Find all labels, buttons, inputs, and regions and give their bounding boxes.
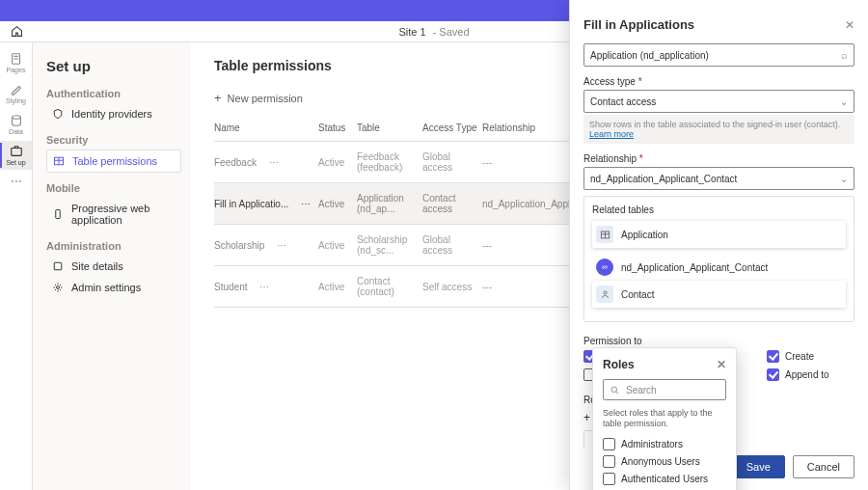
cell-table: Contact (contact) (357, 266, 422, 308)
role-option[interactable]: Administrators (603, 438, 726, 450)
cell-status: Active (318, 266, 357, 308)
cell-name: Student ⋯ (214, 266, 318, 308)
rail-label: Set up (6, 159, 25, 166)
cell-name: Scholarship ⋯ (214, 225, 318, 266)
sidebar: Set up Authentication Identity providers… (33, 42, 191, 490)
close-panel[interactable]: ✕ (845, 18, 854, 32)
rail-label: Pages (7, 67, 26, 73)
col-name[interactable]: Name (214, 115, 318, 142)
rail-data[interactable]: Data (0, 110, 32, 139)
cancel-button[interactable]: Cancel (793, 455, 854, 478)
gear-icon (52, 282, 64, 293)
related-tables-title: Related tables (592, 204, 846, 215)
related-tables-box: Related tables Applicationnd_Application… (583, 196, 854, 322)
home-button[interactable] (0, 25, 33, 38)
chevron-down-icon: ⌄ (840, 174, 848, 184)
cell-access: Self access (422, 266, 482, 308)
role-option[interactable]: Authenticated Users (603, 473, 726, 485)
mobile-icon (52, 208, 64, 220)
cell-access: Contact access (422, 183, 482, 225)
plus-icon: + (214, 91, 222, 105)
group-auth: Authentication (46, 88, 181, 99)
related-table-row[interactable]: nd_Application_Applicant_Contact (592, 254, 846, 281)
roles-help-text: Select roles that apply to the table per… (603, 408, 726, 430)
access-type-select[interactable]: Contact access ⌄ (583, 90, 854, 113)
col-status[interactable]: Status (318, 115, 357, 142)
save-button[interactable]: Save (732, 455, 785, 478)
permission-checkbox[interactable]: Append to (767, 368, 854, 381)
roles-popup: Roles ✕ Search Select roles that apply t… (592, 347, 737, 490)
sidebar-item-pwa[interactable]: Progressive web application (46, 198, 181, 231)
table-icon (596, 226, 613, 243)
related-table-row[interactable]: Contact (592, 281, 846, 308)
checkbox-icon (767, 350, 779, 363)
role-option-label: Anonymous Users (621, 456, 700, 467)
close-roles-popup[interactable]: ✕ (717, 358, 726, 371)
permission-checkbox[interactable]: Create (767, 350, 854, 363)
rail-more[interactable]: ⋯ (0, 172, 32, 191)
rail-styling[interactable]: Styling (0, 79, 32, 108)
row-menu[interactable]: ⋯ (259, 282, 269, 292)
sidebar-item-admin-settings[interactable]: Admin settings (46, 277, 181, 298)
role-option-label: Authenticated Users (621, 474, 708, 484)
sidebar-item-label: Progressive web application (71, 203, 176, 226)
permission-label: Create (785, 351, 814, 362)
checkbox-icon (603, 473, 615, 485)
roles-search[interactable]: Search (603, 379, 726, 400)
search-icon (610, 385, 620, 395)
rail-label: Styling (6, 97, 26, 104)
role-option[interactable]: Anonymous Users (603, 455, 726, 468)
table-input[interactable]: Application (nd_application) ⌕ (583, 43, 854, 67)
panel-title: Fill in Applications (583, 17, 694, 32)
shield-icon (52, 108, 64, 120)
sidebar-item-identity-providers[interactable]: Identity providers (46, 103, 181, 124)
sidebar-title: Set up (46, 58, 181, 74)
cell-table: Application (nd_ap... (357, 183, 422, 225)
learn-more-link[interactable]: Learn more (589, 129, 634, 139)
saved-indicator: - Saved (430, 26, 470, 38)
cell-table: Feedback (feedback) (357, 142, 422, 183)
rail-setup[interactable]: Set up (0, 141, 32, 170)
sidebar-item-label: Site details (71, 260, 123, 272)
relationship-label: Relationship * (583, 153, 854, 164)
svg-rect-2 (11, 149, 21, 156)
cell-table: Scholarship (nd_sc... (357, 225, 422, 266)
sidebar-item-label: Identity providers (71, 108, 152, 120)
cell-access: Global access (422, 225, 482, 266)
sidebar-item-label: Table permissions (72, 155, 157, 167)
link-icon (596, 259, 613, 276)
sidebar-item-site-details[interactable]: Site details (46, 256, 181, 277)
col-table[interactable]: Table (357, 115, 422, 142)
svg-point-9 (603, 290, 606, 293)
checkbox-icon (603, 438, 615, 450)
rail-pages[interactable]: Pages (0, 48, 32, 77)
svg-point-6 (57, 286, 60, 289)
role-option-label: Administrators (621, 439, 683, 449)
row-menu[interactable]: ⋯ (269, 157, 279, 168)
related-table-label: nd_Application_Applicant_Contact (621, 262, 768, 273)
checkbox-icon (767, 368, 779, 381)
relationship-select[interactable]: nd_Application_Applicant_Contact ⌄ (583, 167, 854, 190)
permission-label: Append to (785, 369, 829, 380)
cell-status: Active (318, 142, 357, 183)
related-table-row[interactable]: Application (592, 221, 846, 248)
svg-rect-5 (54, 262, 62, 270)
row-menu[interactable]: ⋯ (301, 199, 311, 209)
access-help: Show rows in the table associated to the… (583, 115, 854, 144)
new-permission-button[interactable]: + New permission (214, 91, 303, 105)
row-menu[interactable]: ⋯ (277, 240, 286, 251)
search-icon: ⌕ (841, 49, 848, 61)
table-icon (53, 155, 65, 167)
home-icon (11, 25, 23, 38)
person-icon (596, 286, 613, 303)
col-access[interactable]: Access Type (422, 115, 482, 142)
sidebar-item-table-permissions[interactable]: Table permissions (46, 150, 181, 173)
cell-status: Active (318, 183, 357, 225)
checkbox-icon (603, 455, 615, 468)
roles-search-placeholder: Search (626, 385, 657, 395)
info-icon (52, 260, 64, 272)
group-mobile: Mobile (46, 182, 181, 194)
data-icon (10, 114, 23, 127)
svg-point-7 (611, 387, 617, 393)
cell-name: Fill in Applicatio... ⋯ (214, 183, 318, 225)
